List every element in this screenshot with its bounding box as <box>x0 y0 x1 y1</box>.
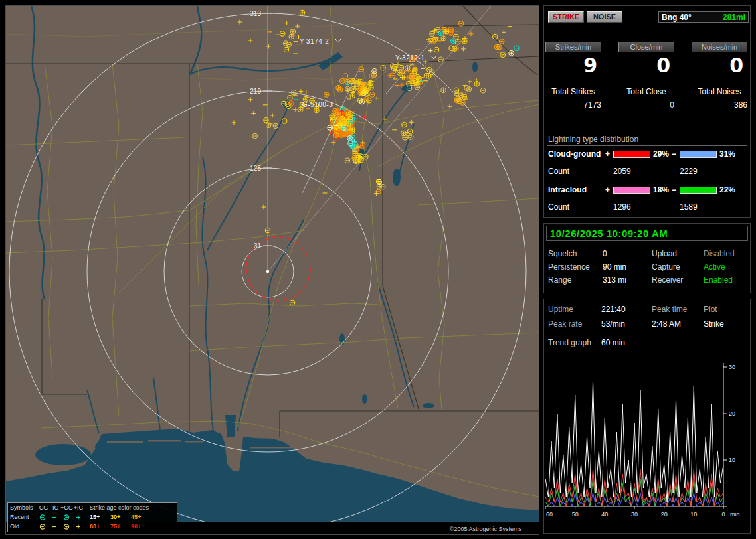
legend-row-label: Recent <box>10 514 37 520</box>
neg-percent: 31% <box>719 149 735 159</box>
trend-x-label: 40 <box>601 511 608 518</box>
radar-map[interactable]: 31321912531Y-3174-2Y-3212-1G-5100-3 ©200… <box>6 6 539 534</box>
pos-count: 2059 <box>613 167 631 176</box>
status-value: 313 mi <box>603 275 626 285</box>
legend-col-neg-cg: -CG <box>37 504 48 511</box>
trend-x-label: 0 <box>721 511 725 518</box>
cg-plus-icon <box>60 513 72 520</box>
plus-sign: + <box>605 149 610 159</box>
ring-distance-label: 219 <box>250 88 261 95</box>
pos-percent: 29% <box>653 149 669 159</box>
cg-plus-icon <box>60 522 72 530</box>
trend-x-label: 20 <box>661 511 668 518</box>
ic-minus-icon <box>48 522 60 530</box>
datetime-display: 10/26/2025 10:09:20 AM <box>546 226 748 241</box>
trend-graph-row: Trend graph 60 min <box>544 338 750 348</box>
cg-minus-icon <box>37 513 48 520</box>
status-label: Range <box>548 275 571 285</box>
trend-graph-label: Trend graph <box>548 338 591 347</box>
trend-x-label: 60 <box>546 511 553 518</box>
close-per-min-header[interactable]: Close/min <box>618 42 674 52</box>
storm-cell-label: Y-3174-2 <box>300 38 329 45</box>
status-value: Enabled <box>704 275 733 285</box>
status-row: Range 313 mi Receiver Enabled <box>544 275 750 286</box>
status-row: Squelch 0 Upload Disabled <box>544 249 750 260</box>
total-close-label: Total Close <box>618 87 674 96</box>
neg-percent: 22% <box>719 185 735 194</box>
bearing-readout: Bng 40° 281mi <box>658 11 749 23</box>
stats-value: 2:48 AM <box>652 319 681 329</box>
map-panel: 31321912531Y-3174-2Y-3212-1G-5100-3 ©200… <box>5 5 539 535</box>
trend-y-label: 20 <box>729 410 735 417</box>
stats-value: 221:40 <box>601 305 626 314</box>
age-code: 15+ <box>90 514 110 520</box>
count-row-intracloud: Count 1296 1589 <box>544 202 750 216</box>
divider <box>547 145 747 146</box>
noises-per-min-header[interactable]: Noises/min <box>692 42 747 52</box>
copyright: ©2005 Astrogenic Systems <box>450 526 522 532</box>
ic-plus-icon <box>72 513 84 520</box>
stats-label: Peak rate <box>548 319 582 329</box>
stats-label: Uptime <box>548 305 573 314</box>
dist-label: Cloud-ground <box>548 149 601 159</box>
trend-graph-window: 60 min <box>601 338 625 347</box>
legend-row-recent: Recent 15+ 30+ 45+ <box>8 512 177 522</box>
trend-y-label: 10 <box>729 457 735 463</box>
dist-label: Intracloud <box>548 185 587 194</box>
trend-x-label: 10 <box>690 511 697 518</box>
status-label: Upload <box>652 249 677 258</box>
neg-color-swatch <box>680 151 717 158</box>
lake-pontchartrain <box>35 444 91 465</box>
age-code: 60+ <box>90 523 110 530</box>
stats-label: Plot <box>704 305 717 314</box>
legend-col-pos-cg: +CG <box>60 504 72 511</box>
stats-value: 53/min <box>601 319 625 329</box>
status-label: Capture <box>652 262 680 271</box>
status-row: Persistence 90 min Capture Active <box>544 262 750 273</box>
stats-value: Strike <box>704 319 724 329</box>
rates-panel: STRIKE NOISE Bng 40° 281mi Strikes/min C… <box>543 5 751 218</box>
legend-title: Symbols <box>10 504 37 511</box>
age-code: 30+ <box>110 514 131 520</box>
stats-label: Peak time <box>652 305 687 314</box>
storm-cell-label: Y-3212-1 <box>395 54 425 62</box>
pos-color-swatch <box>613 187 650 194</box>
strikes-per-min-value: 9 <box>545 54 601 77</box>
plus-sign: + <box>605 185 610 194</box>
close-per-min-value: 0 <box>618 54 674 77</box>
noise-button[interactable]: NOISE <box>587 11 622 23</box>
count-row-cloud-ground: Count 2059 2229 <box>544 167 750 180</box>
distribution-title: Lightning type distribution <box>548 135 638 144</box>
status-value: 90 min <box>603 262 626 271</box>
status-label: Receiver <box>652 275 683 285</box>
strikes-per-min-header[interactable]: Strikes/min <box>545 42 601 52</box>
noises-per-min-value: 0 <box>692 54 747 77</box>
ring-distance-label: 313 <box>250 10 261 17</box>
ring-distance-label: 31 <box>254 242 262 250</box>
ic-plus-icon <box>72 522 84 530</box>
legend-col-neg-ic: -IC <box>48 504 60 511</box>
trend-graph: 1020306050403020100min <box>545 355 749 525</box>
status-panel: 10/26/2025 10:09:20 AM Squelch 0 Upload … <box>543 223 751 293</box>
status-value: 0 <box>603 249 607 258</box>
total-noises-label: Total Noises <box>692 87 747 96</box>
trend-x-label: 50 <box>572 511 579 518</box>
distribution-row-intracloud: Intracloud + 18% − 22% <box>544 185 750 198</box>
neg-count: 2229 <box>680 167 698 176</box>
trend-x-label: 30 <box>631 511 638 518</box>
total-strikes-value: 7173 <box>545 100 601 110</box>
stats-row: Peak rate 53/min 2:48 AM Strike <box>544 319 750 330</box>
legend-age-title: Strike age color codes <box>86 504 175 511</box>
minus-sign: − <box>672 185 676 194</box>
status-value: Disabled <box>704 249 735 258</box>
cg-minus-icon <box>37 522 48 530</box>
pos-count: 1296 <box>613 202 631 212</box>
legend-col-pos-ic: +IC <box>72 504 84 511</box>
strike-button[interactable]: STRIKE <box>548 11 584 23</box>
neg-color-swatch <box>680 187 717 194</box>
sensor-location <box>266 270 269 273</box>
status-label: Persistence <box>548 262 590 271</box>
map-legend: Symbols -CG -IC +CG +IC Strike age color… <box>7 502 177 532</box>
total-strikes-label: Total Strikes <box>545 87 601 96</box>
status-value: Active <box>704 262 725 271</box>
